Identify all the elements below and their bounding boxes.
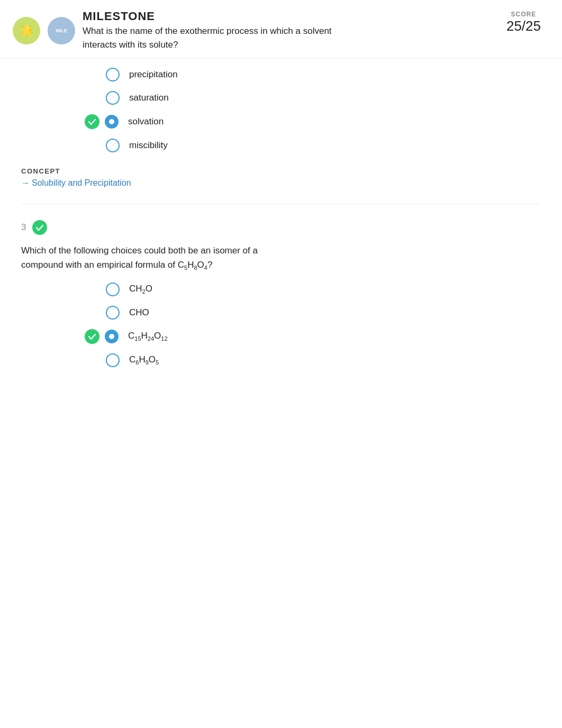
option-label-4: miscibility: [129, 140, 168, 151]
list-item[interactable]: miscibility: [21, 139, 541, 152]
score-label: SCORE: [506, 11, 541, 18]
score-value: 25/25: [506, 18, 541, 34]
correct-check-icon: [85, 114, 99, 129]
question2-number-row: 3: [21, 220, 541, 235]
radio-circle-2[interactable]: [106, 91, 120, 105]
milestone-badge: MILE: [48, 17, 75, 44]
list-item[interactable]: CHO: [21, 306, 541, 320]
correct-check-icon-q2: [85, 329, 99, 344]
list-item[interactable]: saturation: [21, 91, 541, 105]
radio-q2-3[interactable]: [105, 330, 119, 343]
radio-circle-4[interactable]: [106, 139, 120, 152]
header: 🌟 MILE MILESTONE What is the name of the…: [0, 0, 562, 58]
question2-number: 3: [21, 222, 26, 233]
arrow-icon: →: [21, 178, 30, 188]
question1-options: precipitation saturation solvation misci…: [21, 68, 541, 204]
option-q2-label-2: CHO: [129, 307, 149, 318]
option-q2-label-3: C15H24O12: [128, 331, 168, 342]
option-label-3: solvation: [128, 116, 164, 127]
radio-circle-3[interactable]: [105, 115, 119, 129]
list-item[interactable]: C6H9O5: [21, 353, 541, 367]
question2-options: CH2O CHO C15H24O12: [21, 283, 541, 367]
radio-circle-1[interactable]: [106, 68, 120, 81]
concept-section: CONCEPT → Solubility and Precipitation: [21, 167, 541, 188]
radio-q2-4[interactable]: [106, 353, 120, 367]
concept-heading: CONCEPT: [21, 167, 541, 175]
score-box: SCORE 25/25: [506, 11, 541, 34]
option-q2-label-1: CH2O: [129, 284, 152, 295]
list-item[interactable]: CH2O: [21, 283, 541, 296]
question2-text: Which of the following choices could bot…: [21, 243, 541, 273]
avatar-icon: 🌟: [13, 17, 40, 44]
question1-text: What is the name of the exothermic proce…: [83, 24, 332, 51]
option-label-2: saturation: [129, 93, 169, 103]
concept-link-text[interactable]: Solubility and Precipitation: [32, 178, 131, 188]
milestone-label: MILESTONE: [83, 10, 332, 23]
radio-q2-1[interactable]: [106, 283, 120, 296]
question2-correct-icon: [32, 220, 47, 235]
list-item[interactable]: precipitation: [21, 68, 541, 81]
list-item[interactable]: C15H24O12: [21, 329, 541, 344]
header-question: MILESTONE What is the name of the exothe…: [83, 10, 332, 51]
question2: 3 Which of the following choices could b…: [21, 220, 541, 367]
concept-link[interactable]: → Solubility and Precipitation: [21, 178, 131, 188]
option-q2-label-4: C6H9O5: [129, 354, 159, 366]
radio-q2-2[interactable]: [106, 306, 120, 320]
option-label-1: precipitation: [129, 69, 178, 80]
list-item[interactable]: solvation: [21, 114, 541, 129]
